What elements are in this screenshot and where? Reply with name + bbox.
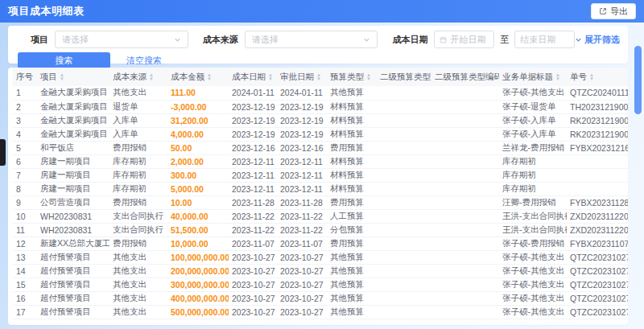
- cell-1: 金融大厦采购项目: [37, 86, 109, 100]
- column-header-5[interactable]: 审批日期▲▼: [277, 68, 327, 86]
- cost-source-select-placeholder: 请选择: [252, 34, 279, 46]
- cost-table: 序号项目▲▼成本来源▲▼成本金额▲▼成本日期▲▼审批日期▲▼预算类型▲▼二级预算…: [13, 68, 628, 319]
- column-header-6[interactable]: 预算类型▲▼: [327, 68, 377, 86]
- search-button[interactable]: 搜索: [18, 52, 110, 68]
- column-header-7[interactable]: 二级预算类型▲▼: [377, 68, 431, 86]
- cell-5: 2023-10-27: [277, 305, 327, 319]
- cell-6: 人工预算: [327, 209, 377, 223]
- cell-10: RK20231219002: [567, 127, 628, 141]
- cell-7: [377, 278, 431, 291]
- cell-5: 2023-10-27: [277, 278, 327, 291]
- cell-9: 张子硕-其他支出: [499, 86, 567, 100]
- cell-2: 费用报销: [109, 195, 167, 209]
- cell-7: [377, 264, 431, 278]
- cell-7: [377, 195, 431, 209]
- cell-7: [377, 209, 431, 223]
- cell-8: [431, 86, 499, 100]
- cell-3: -3,000.00: [167, 100, 229, 113]
- column-header-9[interactable]: 业务单据标题▲▼: [499, 68, 567, 86]
- cell-8: [431, 250, 499, 264]
- column-header-0: 序号: [13, 68, 37, 86]
- export-button[interactable]: 导出: [591, 3, 636, 19]
- cost-source-select[interactable]: 请选择: [245, 31, 378, 48]
- expand-filter-link[interactable]: 展开筛选: [575, 34, 620, 46]
- sort-icon[interactable]: ▲▼: [555, 73, 560, 80]
- cell-0: 4: [13, 127, 37, 141]
- cell-4: 2023-11-22: [229, 209, 277, 223]
- clear-search-link[interactable]: 清空搜索: [126, 55, 162, 67]
- cell-5: 2023-12-19: [277, 100, 327, 113]
- table-row: 6房建一期项目库存期初2,000.002023-12-112023-12-11材…: [13, 154, 628, 168]
- cell-0: 11: [13, 223, 37, 236]
- project-select[interactable]: 请选择: [55, 31, 188, 48]
- calendar-icon: [440, 36, 447, 43]
- sort-icon[interactable]: ▲▼: [366, 73, 371, 80]
- cell-0: 6: [13, 154, 37, 168]
- cell-8: [431, 278, 499, 291]
- cell-3: 2,000.00: [167, 154, 229, 168]
- cell-4: 2023-12-11: [229, 168, 277, 182]
- cell-8: [431, 100, 499, 113]
- sort-icon[interactable]: ▲▼: [268, 73, 273, 80]
- cell-8: [431, 223, 499, 236]
- cell-0: 8: [13, 182, 37, 195]
- cell-3: 200,000,000.00: [167, 264, 229, 278]
- cell-10: TH20231219001: [567, 100, 628, 113]
- cell-3: 40,000.00: [167, 209, 229, 223]
- end-date-input[interactable]: 结束日期: [514, 31, 575, 48]
- date-to-label: 至: [500, 34, 509, 46]
- cell-10: QTZC20231027002: [567, 291, 628, 305]
- cell-1: 金融大厦采购项目: [37, 113, 109, 127]
- cell-4: 2023-11-22: [229, 223, 277, 236]
- start-date-placeholder: 开始日期: [450, 34, 485, 46]
- column-header-10[interactable]: 单号▲▼: [567, 68, 628, 86]
- cell-9: 张子硕-其他支出: [499, 278, 567, 291]
- side-panel-handle[interactable]: [0, 139, 6, 166]
- cell-4: 2023-10-27: [229, 250, 277, 264]
- column-header-4[interactable]: 成本日期▲▼: [229, 68, 277, 86]
- column-header-8[interactable]: 二级预算类型编码▲▼: [431, 68, 499, 86]
- cell-4: 2023-12-19: [229, 127, 277, 141]
- cell-6: 分包预算: [327, 223, 377, 236]
- column-header-3[interactable]: 成本金额▲▼: [167, 68, 229, 86]
- cell-4: 2023-12-16: [229, 141, 277, 154]
- cell-2: 退货单: [109, 100, 167, 113]
- cell-8: [431, 113, 499, 127]
- app-header: 项目成本明细表 导出: [0, 0, 644, 23]
- scrollbar-thumb[interactable]: [634, 46, 642, 114]
- cell-1: 房建一期项目: [37, 168, 109, 182]
- cell-2: 费用报销: [109, 236, 167, 250]
- cell-6: 其他预算: [327, 250, 377, 264]
- cell-7: [377, 223, 431, 236]
- start-date-input[interactable]: 开始日期: [434, 31, 494, 48]
- column-label: 二级预算类型编码: [435, 72, 499, 81]
- sort-icon[interactable]: ▲▼: [207, 73, 212, 80]
- column-label: 二级预算类型: [380, 72, 431, 81]
- cell-1: WH20230831: [37, 209, 109, 223]
- cell-7: [377, 154, 431, 168]
- table-row: 2金融大厦采购项目退货单-3,000.002023-12-192023-12-1…: [13, 100, 628, 113]
- table-row: 11WH20230831支出合同执行51,500.002023-11-22202…: [13, 223, 628, 236]
- cell-2: 其他支出: [109, 291, 167, 305]
- cell-4: 2023-10-27: [229, 291, 277, 305]
- cell-1: 房建一期项目: [37, 154, 109, 168]
- cell-7: [377, 168, 431, 182]
- table-row: 3金融大厦采购项目入库单31,200.002023-12-192023-12-1…: [13, 113, 628, 127]
- column-header-2[interactable]: 成本来源▲▼: [109, 68, 167, 86]
- cell-8: [431, 291, 499, 305]
- cell-10: QTZC20231027002: [567, 278, 628, 291]
- sort-icon[interactable]: ▲▼: [149, 73, 154, 80]
- cell-10: QTZC20231027002: [567, 305, 628, 319]
- cell-6: 材料预算: [327, 113, 377, 127]
- page-title: 项目成本明细表: [8, 4, 85, 19]
- cell-8: [431, 236, 499, 250]
- sort-icon[interactable]: ▲▼: [60, 73, 64, 80]
- sort-icon[interactable]: ▲▼: [589, 73, 594, 80]
- table-row: 9公司营造项目费用报销10.002023-11-282023-11-28费用预算…: [13, 195, 628, 209]
- column-header-1[interactable]: 项目▲▼: [37, 68, 109, 86]
- cell-8: [431, 305, 499, 319]
- cell-7: [377, 182, 431, 195]
- sort-icon[interactable]: ▲▼: [316, 73, 321, 80]
- cell-4: 2023-12-11: [229, 154, 277, 168]
- column-label: 业务单据标题: [502, 72, 553, 81]
